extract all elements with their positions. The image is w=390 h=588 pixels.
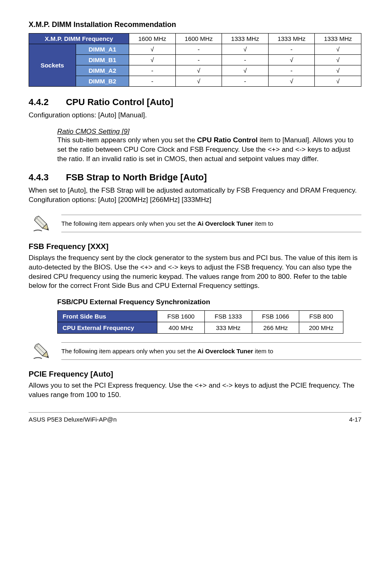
fsb-sync-title: FSB/CPU External Frequency Synchronizati… (57, 298, 361, 306)
xmp-cell: - (222, 76, 269, 87)
footer-right: 4-17 (349, 416, 361, 423)
xmp-cell: √ (222, 65, 269, 76)
xmp-table: X.M.P. DIMM Frequency 1600 MHz 1600 MHz … (29, 33, 361, 87)
xmp-cell: - (268, 44, 315, 55)
pencil-icon (29, 212, 55, 235)
fsb-row2-label: CPU External Frequency (58, 322, 157, 334)
xmp-title: X.M.P. DIMM Installation Recommendation (29, 20, 361, 29)
section-443-body2: Congifuration options: [Auto] [200MHz] [… (29, 195, 361, 205)
xmp-header-cell: 1333 MHz (222, 34, 269, 44)
ratio-cmos-heading: Ratio CMOS Setting [9] (57, 128, 361, 136)
fsb-cell: FSB 1600 (157, 311, 205, 322)
fsb-cell: FSB 1333 (204, 311, 252, 322)
footer-left: ASUS P5E3 Deluxe/WiFi-AP@n (29, 416, 117, 423)
fsb-cell: 400 MHz (157, 322, 205, 334)
fsb-freq-heading: FSB Frequency [XXX] (29, 242, 361, 251)
xmp-cell: - (268, 65, 315, 76)
xmp-header-cell: 1333 MHz (315, 34, 361, 44)
fsb-cell: 200 MHz (299, 322, 343, 334)
pcie-body: Allows you to set the PCI Express freque… (29, 381, 361, 400)
xmp-header-cell: 1600 MHz (175, 34, 222, 44)
note-text: The following item appears only when you… (61, 215, 361, 232)
xmp-cell: √ (175, 76, 222, 87)
xmp-cell: √ (315, 76, 361, 87)
dimm-label: DIMM_A2 (76, 65, 129, 76)
note-text: The following item appears only when you… (61, 342, 361, 360)
xmp-cell: - (129, 65, 176, 76)
xmp-cell: √ (315, 55, 361, 65)
xmp-cell: √ (129, 44, 176, 55)
xmp-cell: - (175, 44, 222, 55)
section-442-heading: 4.4.2 CPU Ratio Control [Auto] (29, 97, 361, 108)
ratio-cmos-body: This sub-item appears only when you set … (57, 136, 361, 164)
xmp-cell: √ (222, 44, 269, 55)
xmp-freq-header: X.M.P. DIMM Frequency (29, 34, 129, 44)
xmp-cell: √ (175, 65, 222, 76)
fsb-row1-label: Front Side Bus (58, 311, 157, 322)
xmp-cell: √ (129, 55, 176, 65)
xmp-cell: √ (315, 65, 361, 76)
ratio-cmos-block: Ratio CMOS Setting [9] This sub-item app… (57, 128, 361, 164)
xmp-cell: √ (268, 55, 315, 65)
dimm-label: DIMM_B2 (76, 76, 129, 87)
fsb-cell: FSB 800 (299, 311, 343, 322)
xmp-header-cell: 1333 MHz (268, 34, 315, 44)
pencil-icon (29, 340, 55, 362)
section-443-body1: When set to [Auto], the FSB Strap will b… (29, 186, 361, 195)
xmp-cell: - (175, 55, 222, 65)
fsb-table: Front Side Bus FSB 1600 FSB 1333 FSB 106… (57, 310, 343, 334)
dimm-label: DIMM_B1 (76, 55, 129, 65)
note-2: The following item appears only when you… (29, 340, 361, 362)
fsb-cell: 333 MHz (204, 322, 252, 334)
section-title: CPU Ratio Control [Auto] (66, 97, 173, 107)
section-title: FSB Strap to North Bridge [Auto] (66, 172, 207, 182)
xmp-cell: √ (315, 44, 361, 55)
xmp-header-cell: 1600 MHz (129, 34, 176, 44)
fsb-freq-body: Displays the frequency sent by the clock… (29, 254, 361, 291)
section-443-heading: 4.4.3 FSB Strap to North Bridge [Auto] (29, 172, 361, 183)
section-442-body: Configuration options: [Auto] [Manual]. (29, 111, 361, 120)
xmp-cell: √ (268, 76, 315, 87)
dimm-label: DIMM_A1 (76, 44, 129, 55)
page-footer: ASUS P5E3 Deluxe/WiFi-AP@n 4-17 (29, 412, 361, 423)
xmp-cell: - (129, 76, 176, 87)
note-1: The following item appears only when you… (29, 212, 361, 235)
sockets-label: Sockets (29, 44, 76, 87)
fsb-cell: 266 MHz (252, 322, 299, 334)
pcie-heading: PCIE Frequency [Auto] (29, 370, 361, 379)
section-num: 4.4.2 (29, 97, 63, 108)
section-num: 4.4.3 (29, 172, 63, 183)
fsb-cell: FSB 1066 (252, 311, 299, 322)
xmp-cell: - (222, 55, 269, 65)
